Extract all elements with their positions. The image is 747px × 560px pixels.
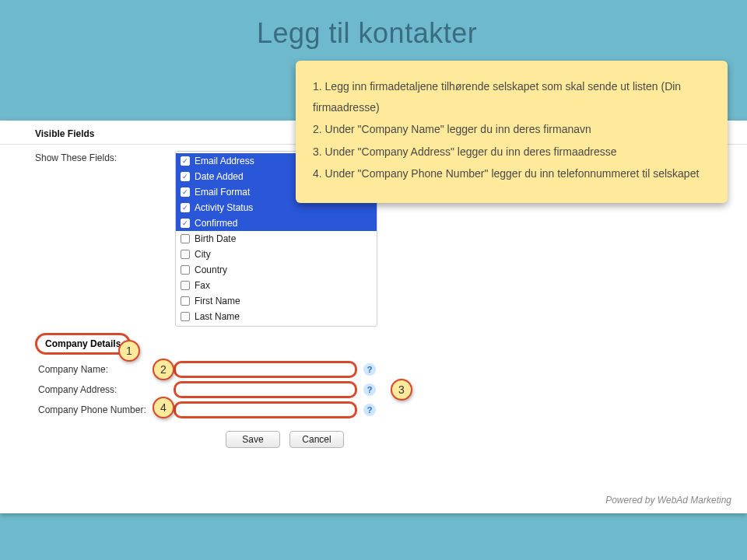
company-address-input[interactable] [174,381,357,398]
field-item[interactable]: Last Name [176,309,377,324]
field-item[interactable]: Fax [176,278,377,293]
field-item-label: Last Name [195,311,240,322]
checkbox-icon[interactable] [181,265,190,275]
field-item[interactable]: Birth Date [176,231,377,247]
checkbox-icon[interactable] [181,296,190,306]
annotation-1: 1 [118,340,140,362]
save-button[interactable]: Save [226,431,280,448]
show-these-fields-label: Show These Fields: [35,151,175,163]
help-icon[interactable]: ? [363,404,376,416]
footer-text: Powered by WebAd Marketing [605,495,731,506]
field-item-label: Birth Date [195,233,236,244]
company-name-input[interactable] [174,361,357,378]
page-title: Legg til kontakter [257,17,477,50]
field-item-label: Email Address [195,156,254,166]
annotation-3: 3 [391,379,412,401]
field-item-label: Activity Status [195,202,253,213]
checkbox-icon[interactable] [181,312,190,321]
checkbox-icon[interactable] [181,156,190,166]
field-item-label: Date Added [195,171,244,182]
field-item-label: Country [195,264,227,275]
callout-line-3: 3. Under "Company Address" legger du inn… [313,142,710,163]
field-item-label: Fax [195,280,210,291]
callout-line-4: 4. Under "Company Phone Number" legger d… [313,163,710,184]
field-item-label: City [195,249,211,260]
checkbox-icon[interactable] [181,234,190,243]
company-details-header: Company Details [35,333,131,355]
company-address-label: Company Address: [35,384,167,395]
checkbox-icon[interactable] [181,281,190,290]
company-phone-input[interactable] [174,401,357,418]
checkbox-icon[interactable] [181,203,190,212]
annotation-4: 4 [153,397,174,418]
checkbox-icon[interactable] [181,219,190,228]
callout-line-1: 1. Legg inn firmadetaljene tilhørende se… [313,76,710,117]
checkbox-icon[interactable] [181,250,190,259]
field-item-label: First Name [195,296,240,306]
callout-line-2: 2. Under "Company Name" legger du inn de… [313,119,710,140]
help-icon[interactable]: ? [363,383,376,396]
checkbox-icon[interactable] [181,187,190,197]
field-item[interactable]: First Name [176,293,377,309]
field-item[interactable]: City [176,247,377,262]
field-item[interactable]: Confirmed [176,215,377,231]
instruction-callout: 1. Legg inn firmadetaljene tilhørende se… [296,61,728,203]
field-item[interactable]: Country [176,262,377,278]
checkbox-icon[interactable] [181,172,190,181]
annotation-2: 2 [153,359,174,380]
help-icon[interactable]: ? [363,363,376,376]
field-item-label: Confirmed [195,218,237,229]
cancel-button[interactable]: Cancel [289,431,344,448]
company-name-label: Company Name: [35,364,167,375]
field-item-label: Email Format [195,187,250,198]
company-phone-label: Company Phone Number: [35,404,167,415]
